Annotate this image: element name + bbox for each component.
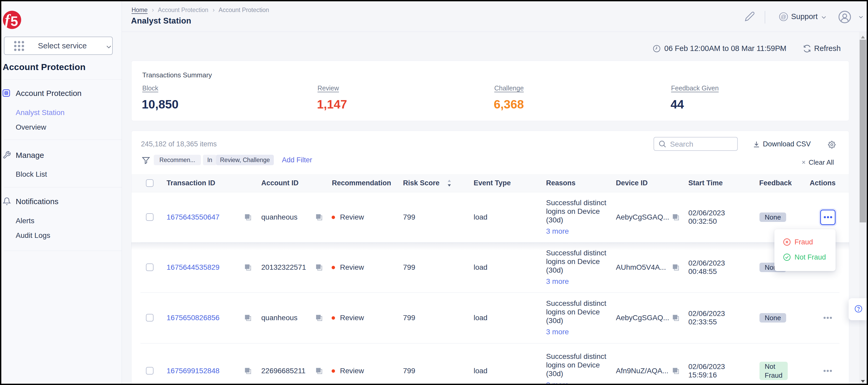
svg-text:5: 5 <box>10 13 18 29</box>
svg-text:@: @ <box>781 13 786 20</box>
